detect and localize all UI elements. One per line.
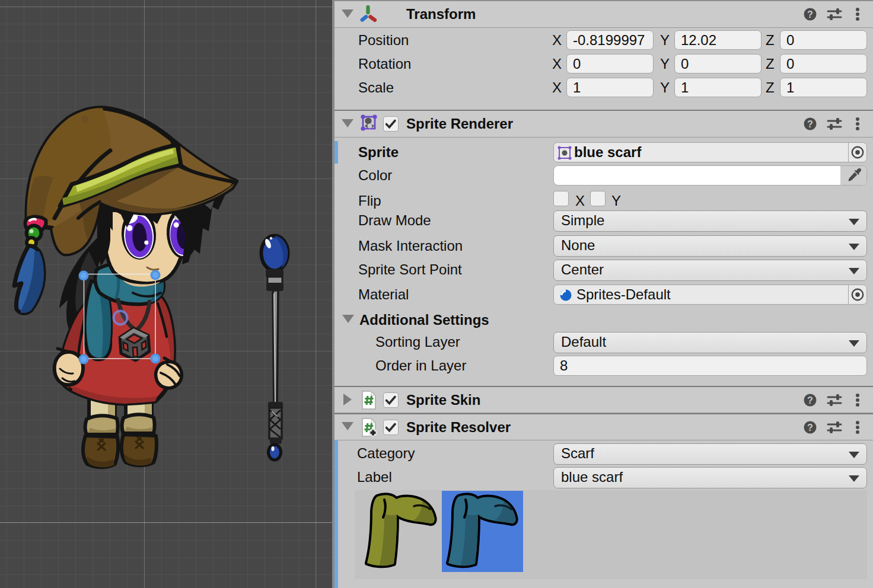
svg-text:?: ? [807, 9, 813, 20]
svg-text:?: ? [807, 395, 813, 405]
svg-text:?: ? [807, 423, 813, 433]
svg-text:?: ? [807, 119, 813, 129]
